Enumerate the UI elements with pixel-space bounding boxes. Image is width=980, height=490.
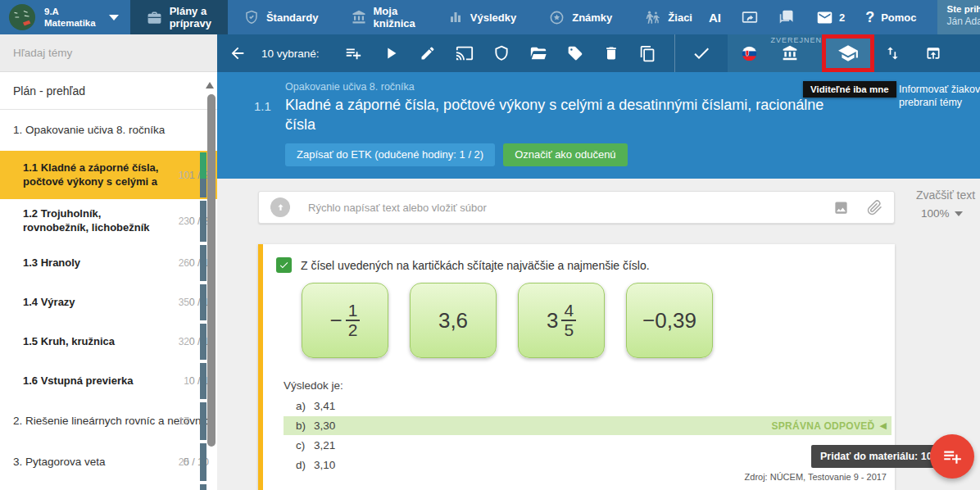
ai-button[interactable]: AI [709,11,721,25]
topic-material-count: 17 [161,415,189,427]
search-input[interactable] [13,47,204,59]
topic-progress-bar-stub [200,484,206,490]
tab-moja-kniznica[interactable]: Moja knižnica [335,0,432,34]
option-value: 3,10 [314,459,335,471]
inform-students-label: Informovať žiakov prebraní témy [899,83,980,110]
bar-chart-icon [448,10,463,25]
main-content: Zvačšiť text 100% Z čísel uvedených na k… [217,179,980,490]
sidebar-topic-item[interactable]: 1.2 Trojuholník, rovnobežník, lichobežní… [0,199,217,243]
tag-icon[interactable] [567,45,583,61]
shield-icon[interactable] [493,45,510,61]
option-value: 3,41 [314,400,335,412]
top-navbar: 9.A Matematika Plány a prípravy Štandard… [0,0,980,34]
topic-search[interactable] [0,34,217,72]
topic-label: 1.6 Vstupná previerka [23,374,169,388]
check-icon[interactable] [692,43,711,63]
quick-input-card[interactable] [258,191,895,224]
topic-progress-bar [200,245,206,281]
tab-plany-a-pripravy[interactable]: Plány a prípravy [130,0,228,34]
topic-progress-bar [200,443,206,481]
copy-icon[interactable] [639,45,656,62]
class-selector[interactable]: 9.A Matematika [0,0,130,34]
paperclip-icon[interactable] [867,200,882,216]
image-icon[interactable] [833,200,849,216]
option-key: c) [296,439,314,451]
breadcrumb: Opakovanie učiva 8. ročníka [285,81,415,93]
sort-icon[interactable] [884,45,901,61]
play-icon[interactable] [382,44,400,62]
option-value: 3,21 [314,439,335,451]
class-name: 9.A [44,6,96,17]
class-avatar [8,3,36,31]
plan-overview-link[interactable]: Plán - prehľad [0,72,217,110]
sidebar-topic-item[interactable]: 2. Riešenie lineárnych rovníc a nerovníc… [0,401,217,442]
option-value: 3,30 [314,420,335,432]
scrollbar-up-arrow[interactable] [206,82,214,88]
number-card: − 12 [302,283,388,358]
sidebar-topic-item[interactable]: 1.1 Kladné a záporné čísla, počtové výko… [0,151,217,199]
option-key: a) [296,400,314,412]
tab-ziaci[interactable]: Žiaci [628,0,709,34]
back-arrow-icon[interactable] [229,44,247,62]
answer-option: b) 3,30 SPRÁVNA ODPOVEĎ ◀ [284,416,892,435]
user-menu[interactable]: Ste prihlásený ako Ján Adamec [937,0,980,34]
sidebar: Plán - prehľad 1. Opakovanie učiva 8. ro… [0,34,217,490]
chevron-down-icon [955,211,963,216]
topic-progress-bar [200,201,206,242]
topic-progress-bar [200,324,206,360]
folder-open-icon[interactable] [529,44,547,62]
topic-label: 3. Pytagorova veta [13,455,181,470]
sidebar-topic-item[interactable]: 1. Opakovanie učiva 8. ročníka [0,110,217,151]
question-selected-checkbox[interactable] [276,257,292,273]
students-icon [645,10,660,25]
visibility-tooltip: Viditeľné iba mne [803,81,896,98]
export-icon[interactable] [925,45,941,61]
option-key: d) [296,459,314,471]
add-to-material-fab[interactable] [930,434,974,479]
topic-number: 1.1 [254,99,271,113]
tab-znamky[interactable]: Známky [533,0,628,34]
tab-standardy[interactable]: Štandardy [228,0,335,34]
zoom-level-select[interactable]: 100% [916,207,980,220]
screen-share-icon[interactable] [742,9,758,25]
help-button[interactable]: ? Pomoc [865,9,916,26]
class-subject: Matematika [44,17,96,29]
answer-options: a) 3,41 b) 3,30 SPRÁVNA ODPOVEĎ ◀ c) 3,2… [284,397,892,475]
publish-panel: ZVEREJNENIE [728,34,873,72]
graduation-cap-icon [837,43,859,64]
mark-taught-button[interactable]: Označiť ako odučenú [503,143,627,166]
zoom-value: 100% [921,207,950,220]
mail-button[interactable]: 2 [816,9,845,26]
sidebar-topic-item[interactable]: 1.6 Vstupná previerka 1 0 / 1 [0,361,217,401]
etk-button[interactable]: Zapísať do ETK (odučené hodiny: 1 / 2) [285,143,495,166]
topic-label: 2. Riešenie lineárnych rovníc a nerovníc [13,414,181,429]
envelope-icon [816,9,833,26]
sidebar-topic-item[interactable]: 1.3 Hranoly 26 0 / 1 [0,243,217,283]
sidebar-topic-item[interactable]: 3. Pytagorova veta 25 0 / 10 [0,442,217,483]
option-key: b) [296,420,314,432]
playlist-add-icon[interactable] [344,44,362,62]
sidebar-topic-item[interactable]: 1.5 Kruh, kružnica 32 0 / 1 [0,322,217,361]
fab-tooltip: Pridať do materiálu: 10 [811,445,941,468]
visible-only-me-button[interactable] [826,34,870,72]
topic-label: 1.1 Kladné a záporné čísla, počtové výko… [23,161,169,189]
chat-icon[interactable] [778,9,796,26]
trash-icon[interactable] [603,45,619,61]
quick-text-input[interactable] [308,202,833,214]
topic-label: 1.3 Hranoly [23,256,169,270]
main-nav-tabs: Plány a prípravy Štandardy Moja knižnica… [130,0,709,34]
cast-icon[interactable] [456,44,474,62]
library-publish-icon[interactable] [782,45,798,61]
mail-badge: 2 [839,11,845,24]
sidebar-scrollbar[interactable] [207,94,216,447]
slovak-flag-icon[interactable] [741,45,758,62]
sidebar-topic-item[interactable]: 1.4 Výrazy 35 0 / 1 [0,283,217,322]
tab-vysledky[interactable]: Výsledky [432,0,533,34]
pencil-icon[interactable] [420,45,436,61]
bank-icon [352,10,366,25]
briefcase-icon [147,10,162,25]
user-name: Ján Adamec [947,16,980,27]
topic-label: 1. Opakovanie učiva 8. ročníka [13,123,181,138]
number-card: 3,6 [410,283,497,358]
topic-label: 1.5 Kruh, kružnica [23,335,169,349]
